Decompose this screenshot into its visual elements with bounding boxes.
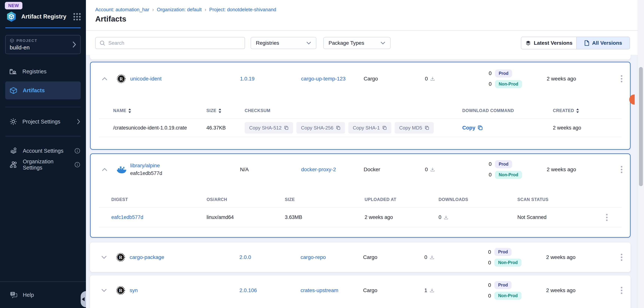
copy-sha512-button[interactable]: Copy SHA-512 xyxy=(245,122,293,134)
artifact-name-link[interactable]: cargo-package xyxy=(130,254,240,260)
os-arch: linux/amd64 xyxy=(206,214,285,220)
column-header-created[interactable]: CREATED xyxy=(553,108,622,113)
collapse-row-button[interactable] xyxy=(102,77,117,81)
downloads-count: 0 xyxy=(424,254,427,260)
file-created: 2 weeks ago xyxy=(553,125,622,131)
prod-badge: Prod xyxy=(495,69,512,77)
artifact-version-link[interactable]: 2.0.0 xyxy=(240,254,300,260)
artifact-registry-link[interactable]: cargo-repo xyxy=(300,254,363,260)
column-header-digest: DIGEST xyxy=(111,197,206,202)
artifact-package-type: Cargo xyxy=(363,287,424,293)
non-prod-badge: Non-Prod xyxy=(495,171,522,179)
svg-text:R: R xyxy=(119,255,122,260)
row-menu-button[interactable] xyxy=(620,253,624,262)
column-header-size[interactable]: SIZE xyxy=(206,108,245,113)
artifact-registry-link[interactable]: docker-proxy-2 xyxy=(301,167,364,173)
copy-icon xyxy=(425,125,429,130)
scrollbar-track[interactable] xyxy=(638,0,644,308)
docker-package-icon xyxy=(117,165,130,174)
app-logo-icon xyxy=(6,11,17,23)
downloads-count: 0 xyxy=(438,214,441,220)
artifact-name-link[interactable]: library/alpine xyxy=(130,163,240,169)
artifact-registry-link[interactable]: crates-upstream xyxy=(300,287,363,293)
nav-divider xyxy=(5,107,81,107)
all-versions-button[interactable]: All Versions xyxy=(577,37,630,49)
digest-link[interactable]: eafc1edb577d xyxy=(111,214,206,220)
artifact-version-link[interactable]: 2.0.106 xyxy=(240,287,300,293)
copy-download-command-button[interactable]: Copy xyxy=(462,125,553,131)
prod-badge: Prod xyxy=(494,248,512,256)
prod-count: 0 xyxy=(486,249,491,255)
version-toggle: Latest Versions All Versions xyxy=(521,37,630,49)
breadcrumb-account-link[interactable]: Account: automation_har xyxy=(95,7,149,13)
page-title: Artifacts xyxy=(95,15,126,23)
search-icon xyxy=(99,40,105,46)
sidebar-collapse-button[interactable] xyxy=(81,291,86,307)
breadcrumb-project-link[interactable]: Project: donotdelete-shivanand xyxy=(209,7,276,13)
manifest-menu-button[interactable] xyxy=(605,213,609,222)
collapse-row-button[interactable] xyxy=(102,168,117,171)
artifact-name-link[interactable]: syn xyxy=(130,287,240,293)
column-header-uploaded-at: UPLOADED AT xyxy=(364,197,438,202)
copy-sha1-button[interactable]: Copy SHA-1 xyxy=(348,122,392,134)
collapse-left-icon xyxy=(82,297,84,301)
search-input[interactable] xyxy=(108,40,239,46)
row-menu-button[interactable] xyxy=(620,74,624,83)
column-header-name[interactable]: NAME xyxy=(113,108,206,113)
downloads-count: 0 xyxy=(425,167,428,173)
download-icon xyxy=(430,167,435,172)
sidebar-item-project-settings[interactable]: Project Settings xyxy=(0,115,86,128)
svg-text:?: ? xyxy=(12,292,14,295)
nav-divider xyxy=(5,136,81,136)
sidebar-item-label: Artifacts xyxy=(23,87,75,94)
package-types-filter-label: Package Types xyxy=(328,40,364,46)
copy-sha256-button[interactable]: Copy SHA-256 xyxy=(296,122,345,134)
manifest-downloads: 0 xyxy=(438,214,517,220)
sidebar-item-account-settings[interactable]: Account Settings xyxy=(0,144,86,158)
artifact-downloads: 0 xyxy=(425,167,486,173)
package-types-filter-dropdown[interactable]: Package Types xyxy=(323,37,390,49)
artifact-updated: 2 weeks ago xyxy=(547,76,613,82)
gear-icon xyxy=(9,118,17,125)
expand-row-button[interactable] xyxy=(101,288,116,292)
copy-icon xyxy=(382,125,387,130)
prod-badge: Prod xyxy=(494,281,512,289)
cargo-package-icon: R xyxy=(117,74,130,83)
sidebar-item-label: Registries xyxy=(22,68,80,75)
column-header-downloads: DOWNLOADS xyxy=(438,197,517,202)
cargo-package-icon: R xyxy=(116,253,130,262)
manifest-table-header: DIGEST OS/ARCH SIZE UPLOADED AT DOWNLOAD… xyxy=(99,185,622,207)
sort-icon xyxy=(576,108,579,113)
artifact-package-type: Cargo xyxy=(363,254,424,260)
sidebar-item-artifacts[interactable]: Artifacts xyxy=(5,81,81,99)
project-selector[interactable]: PROJECT build-en xyxy=(5,35,81,54)
all-versions-label: All Versions xyxy=(592,40,622,46)
scrollbar-thumb[interactable] xyxy=(639,67,643,186)
app-grid-icon[interactable] xyxy=(74,13,81,20)
artifact-name-link[interactable]: unicode-ident xyxy=(130,76,240,82)
artifact-version-link[interactable]: 1.0.19 xyxy=(240,76,301,82)
expand-row-button[interactable] xyxy=(101,255,116,259)
artifact-downloads: 1 xyxy=(424,287,486,293)
artifact-registry-link[interactable]: cargo-up-temp-123 xyxy=(301,76,364,82)
downloads-count: 1 xyxy=(424,287,427,293)
brand-underline xyxy=(5,27,81,28)
breadcrumb-organization-link[interactable]: Organization: default xyxy=(157,7,202,13)
document-icon xyxy=(584,40,590,46)
sidebar-item-registries[interactable]: Registries xyxy=(0,65,86,78)
copy-md5-button[interactable]: Copy MD5 xyxy=(395,122,434,134)
sidebar-item-help[interactable]: ? Help xyxy=(0,282,86,308)
latest-versions-button[interactable]: Latest Versions xyxy=(521,37,577,49)
row-menu-button[interactable] xyxy=(620,286,624,295)
sidebar-item-organization-settings[interactable]: Organization Settings xyxy=(0,158,86,172)
artifact-updated: 2 weeks ago xyxy=(547,167,613,173)
artifact-row: R unicode-ident 1.0.19 cargo-up-temp-123… xyxy=(90,62,630,95)
artifact-card-unicode-ident: R unicode-ident 1.0.19 cargo-up-temp-123… xyxy=(90,62,630,150)
project-name: build-en xyxy=(10,44,76,51)
help-chat-icon: ? xyxy=(9,291,18,299)
environment-counts: 0Prod 0Non-Prod xyxy=(486,160,547,179)
registries-filter-dropdown[interactable]: Registries xyxy=(251,37,316,49)
sidebar-item-label: Account Settings xyxy=(23,148,74,154)
row-menu-button[interactable] xyxy=(620,165,624,174)
project-scope-label: PROJECT xyxy=(16,39,37,43)
